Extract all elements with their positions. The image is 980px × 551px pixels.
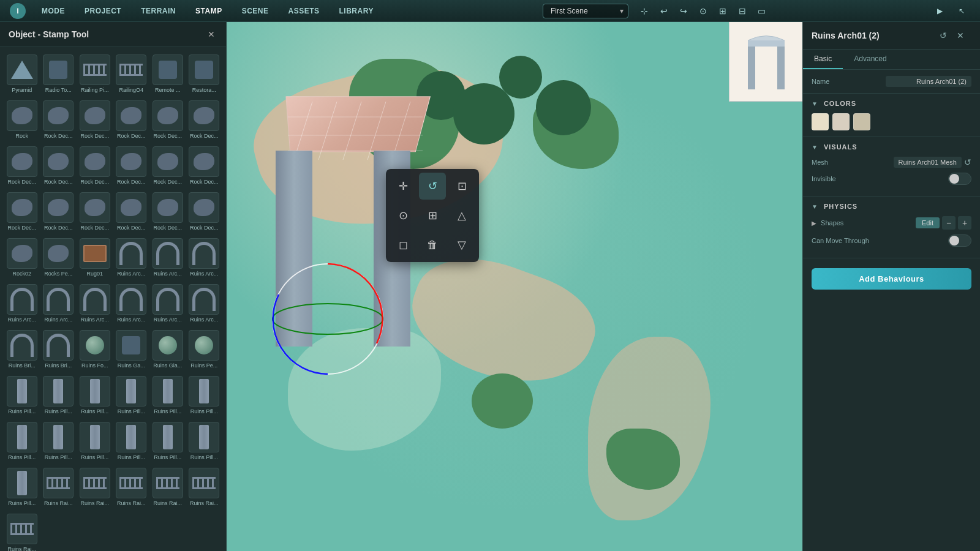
asset-item[interactable]: Rock Dec... [78, 144, 112, 187]
select-tool-icon[interactable]: ⊹ [636, 2, 653, 20]
asset-item[interactable]: Rock Dec... [42, 144, 76, 187]
asset-item[interactable]: Ruins Rai... [151, 465, 185, 509]
asset-item[interactable]: Rock Dec... [78, 190, 112, 233]
asset-item[interactable]: Rock Dec... [42, 190, 76, 233]
tab-advanced[interactable]: Advanced [843, 50, 897, 69]
asset-item[interactable]: Rock Dec... [187, 98, 222, 141]
asset-item[interactable]: Ruins Arc... [187, 282, 222, 325]
can-move-toggle[interactable] [948, 234, 971, 247]
asset-item[interactable]: Ruins Pill... [5, 419, 39, 463]
grid-icon[interactable]: ⊞ [714, 2, 731, 20]
viewport[interactable]: ✛ ↺ ⊡ ⊙ ⊞ △ ◻ 🗑 ▽ [227, 22, 802, 551]
asset-item[interactable]: Remote ... [151, 52, 185, 96]
ctx-move-btn[interactable]: ✛ [390, 173, 417, 200]
asset-item[interactable]: Ruins Arc... [5, 282, 39, 325]
asset-grid-container[interactable]: PyramidRadio To...Railing Pi...RailingO4… [0, 47, 226, 551]
ctx-copy-btn[interactable]: ◻ [390, 231, 417, 258]
asset-item[interactable]: Ruins Rai... [5, 511, 39, 551]
ctx-rotate-btn[interactable]: ↺ [419, 173, 446, 200]
ctx-duplicate-btn[interactable]: ⊙ [390, 202, 417, 229]
redo-icon[interactable]: ↪ [675, 2, 692, 20]
asset-item[interactable]: Ruins Rai... [187, 465, 222, 509]
color-swatch-1[interactable] [812, 113, 829, 130]
asset-item[interactable]: Rock Dec... [5, 190, 39, 233]
asset-item[interactable]: Railing Pi... [78, 52, 112, 96]
asset-item[interactable]: Ruins Arc... [115, 236, 149, 279]
asset-item[interactable]: Rocks Pe... [42, 236, 76, 279]
shapes-minus-button[interactable]: − [942, 216, 956, 230]
nav-scene[interactable]: SCENE [233, 4, 277, 18]
asset-item[interactable]: Ruins Pill... [151, 373, 185, 417]
visuals-section-header[interactable]: ▼ VISUALS [812, 143, 971, 151]
colors-section-header[interactable]: ▼ COLORS [812, 100, 971, 107]
scene-select[interactable]: First Scene [543, 4, 628, 18]
asset-item[interactable]: Ruins Gia... [151, 328, 185, 371]
asset-item[interactable]: Rock Dec... [151, 144, 185, 187]
asset-item[interactable]: Rock Dec... [5, 144, 39, 187]
asset-item[interactable]: Ruins Rai... [78, 465, 112, 509]
nav-stamp[interactable]: STAMP [187, 4, 231, 18]
color-swatch-2[interactable] [832, 113, 850, 130]
nav-mode[interactable]: MODE [33, 4, 74, 18]
asset-item[interactable]: Ruins Pill... [5, 465, 39, 509]
frame-icon[interactable]: ▭ [753, 2, 771, 20]
asset-item[interactable]: Ruins Pill... [115, 373, 149, 417]
asset-item[interactable]: Ruins Pill... [187, 419, 222, 463]
info-button[interactable]: i [10, 3, 26, 19]
mesh-refresh-icon[interactable]: ↺ [964, 157, 971, 167]
asset-item[interactable]: Rock Dec... [78, 98, 112, 141]
asset-item[interactable]: Ruins Arc... [187, 236, 222, 279]
tab-basic[interactable]: Basic [803, 50, 843, 69]
snap-icon[interactable]: ⊙ [695, 2, 712, 20]
ctx-lower-btn[interactable]: ▽ [448, 231, 475, 258]
asset-item[interactable]: Ruins Pill... [151, 419, 185, 463]
ctx-delete-btn[interactable]: 🗑 [419, 231, 446, 258]
ctx-scale-btn[interactable]: ⊡ [448, 173, 475, 200]
asset-item[interactable]: Ruins Arc... [42, 282, 76, 325]
asset-item[interactable]: Pyramid [5, 52, 39, 96]
ctx-raise-btn[interactable]: △ [448, 202, 475, 229]
asset-item[interactable]: Ruins Rai... [115, 465, 149, 509]
asset-item[interactable]: Rock Dec... [115, 98, 149, 141]
asset-item[interactable]: Rock02 [5, 236, 39, 279]
asset-item[interactable]: Ruins Pill... [115, 419, 149, 463]
asset-item[interactable]: Rock [5, 98, 39, 141]
asset-item[interactable]: Rock Dec... [42, 98, 76, 141]
asset-item[interactable]: Ruins Pill... [42, 419, 76, 463]
asset-item[interactable]: Radio To... [42, 52, 76, 96]
shapes-plus-button[interactable]: + [958, 216, 971, 230]
physics-section-header[interactable]: ▼ PHYSICS [812, 203, 971, 210]
asset-item[interactable]: Ruins Fo... [78, 328, 112, 371]
asset-item[interactable]: Restora... [187, 52, 222, 96]
asset-item[interactable]: Rock Dec... [115, 190, 149, 233]
asset-item[interactable]: Ruins Rai... [42, 465, 76, 509]
asset-item[interactable]: Ruins Pill... [5, 373, 39, 417]
asset-item[interactable]: Ruins Arc... [78, 282, 112, 325]
asset-item[interactable]: Ruins Pill... [42, 373, 76, 417]
asset-item[interactable]: Ruins Arc... [151, 282, 185, 325]
asset-item[interactable]: Ruins Pe... [187, 328, 222, 371]
shapes-edit-button[interactable]: Edit [916, 217, 940, 228]
asset-item[interactable]: Ruins Ga... [115, 328, 149, 371]
nav-library[interactable]: LIBRARY [331, 4, 382, 18]
asset-item[interactable]: Rock Dec... [187, 190, 222, 233]
right-refresh-icon[interactable]: ↺ [936, 28, 951, 43]
asset-item[interactable]: Rock Dec... [187, 144, 222, 187]
add-behaviours-button[interactable]: Add Behaviours [812, 268, 971, 290]
asset-item[interactable]: Rock Dec... [115, 144, 149, 187]
asset-item[interactable]: Ruins Arc... [151, 236, 185, 279]
asset-item[interactable]: Rug01 [78, 236, 112, 279]
align-icon[interactable]: ⊟ [734, 2, 751, 20]
nav-assets[interactable]: ASSETS [279, 4, 328, 18]
asset-item[interactable]: Ruins Bri... [5, 328, 39, 371]
asset-item[interactable]: Ruins Pill... [78, 419, 112, 463]
asset-item[interactable]: Rock Dec... [151, 98, 185, 141]
asset-item[interactable]: RailingO4 [115, 52, 149, 96]
invisible-toggle[interactable] [948, 173, 971, 185]
asset-item[interactable]: Ruins Pill... [78, 373, 112, 417]
color-swatch-3[interactable] [853, 113, 870, 130]
undo-icon[interactable]: ↩ [655, 2, 673, 20]
nav-project[interactable]: PROJECT [76, 4, 130, 18]
nav-terrain[interactable]: TERRAIN [132, 4, 184, 18]
play-button[interactable]: ▶ [931, 2, 948, 20]
